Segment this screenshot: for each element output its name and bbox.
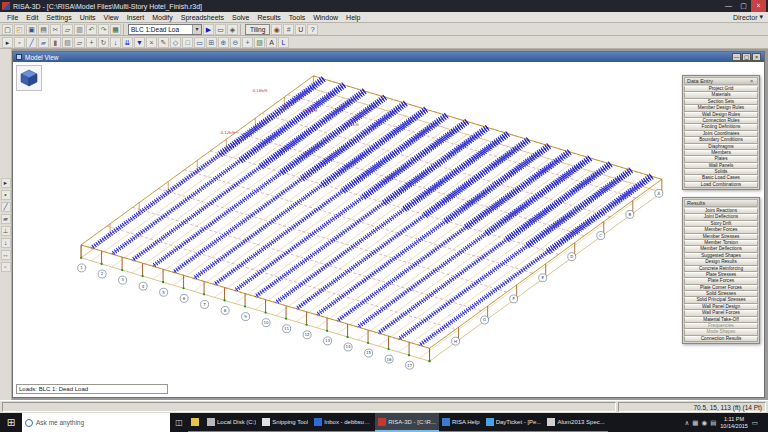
task-view-button[interactable]: ◫ xyxy=(170,413,188,432)
draw-member-icon[interactable]: ╱ xyxy=(1,202,11,212)
director-menu[interactable]: Director ▾ xyxy=(733,13,763,21)
zoom-out-icon[interactable]: ⊖ xyxy=(230,37,241,48)
draw-joint-icon[interactable]: • xyxy=(1,190,11,200)
snapshot-icon[interactable]: ◉ xyxy=(271,24,282,35)
draw-solid-icon[interactable]: ▧ xyxy=(62,37,73,48)
erase-icon[interactable]: ▫ xyxy=(1,262,11,272)
paste-icon[interactable]: ▥ xyxy=(74,24,85,35)
data-entry-panel-title[interactable]: Data Entry × xyxy=(684,77,758,85)
copy-model-icon[interactable]: ▱ xyxy=(74,37,85,48)
labels-icon[interactable]: A xyxy=(266,37,277,48)
model-view-titlebar[interactable]: Model View — ▢ × xyxy=(13,52,764,62)
box-select-icon[interactable]: ▫ xyxy=(14,37,25,48)
tiling-button[interactable]: Tiling xyxy=(245,24,270,35)
loads-toggle-icon[interactable]: L xyxy=(278,37,289,48)
menu-item[interactable]: View xyxy=(100,14,123,21)
model-canvas[interactable]: 1234567891011121314151617ABCDEFGH-0.18k/… xyxy=(13,62,764,397)
taskbar-app-button[interactable]: RISA-3D - [C:\R... xyxy=(375,413,439,432)
copy-icon[interactable]: ▱ xyxy=(62,24,73,35)
draw-plate-icon[interactable]: ▰ xyxy=(1,214,11,224)
tray-battery-icon[interactable]: ▤ xyxy=(710,419,716,427)
grid-icon[interactable]: # xyxy=(283,24,294,35)
front-view-icon[interactable]: ▭ xyxy=(194,37,205,48)
risa-3d-window: RISA-3D - [C:\RISA\Model Files\Multi-Sto… xyxy=(0,0,768,432)
blc-combo[interactable]: BLC 1:Dead Loa ▾ xyxy=(128,24,202,35)
outlook-icon xyxy=(314,418,322,426)
new-icon[interactable]: ▢ xyxy=(2,24,13,35)
cut-icon[interactable]: ✂ xyxy=(50,24,61,35)
solve-icon[interactable]: ▶ xyxy=(203,24,214,35)
animate-icon[interactable]: ◈ xyxy=(227,24,238,35)
results-panel-title[interactable]: Results xyxy=(684,199,758,207)
menu-item[interactable]: Tools xyxy=(285,14,309,21)
help-icon[interactable]: ? xyxy=(307,24,318,35)
menu-item[interactable]: Results xyxy=(254,14,285,21)
minimize-button[interactable]: — xyxy=(732,53,741,61)
chevron-down-icon[interactable]: ▾ xyxy=(192,25,201,34)
menu-item[interactable]: Help xyxy=(342,14,364,21)
iso-view-icon[interactable]: ◇ xyxy=(170,37,181,48)
menu-item[interactable]: Units xyxy=(76,14,100,21)
open-icon[interactable]: ◰ xyxy=(14,24,25,35)
taskbar-app-button[interactable]: Alum2013 Spec... xyxy=(544,413,607,432)
menu-item[interactable]: Edit xyxy=(22,14,42,21)
draw-member-icon[interactable]: ╱ xyxy=(26,37,37,48)
print-icon[interactable]: ▤ xyxy=(38,24,49,35)
taskbar-app-button[interactable]: Inbox - debbsug... xyxy=(311,413,375,432)
render-icon[interactable]: ▨ xyxy=(254,37,265,48)
taskbar-app-button[interactable]: RISA Help xyxy=(439,413,483,432)
dimension-icon[interactable]: ↔ xyxy=(1,250,11,260)
svg-text:E: E xyxy=(541,275,544,280)
save-icon[interactable]: ▣ xyxy=(26,24,37,35)
close-button[interactable]: × xyxy=(752,53,761,61)
spreadsheet-icon[interactable]: ▦ xyxy=(110,24,121,35)
draw-wall-icon[interactable]: ▮ xyxy=(50,37,61,48)
select-arrow-icon[interactable]: ▸ xyxy=(1,178,11,188)
maximize-button[interactable]: ▢ xyxy=(736,0,751,12)
maximize-button[interactable]: ▢ xyxy=(742,53,751,61)
menu-item[interactable]: Settings xyxy=(42,14,75,21)
support-icon[interactable]: ⊥ xyxy=(1,226,11,236)
units-icon[interactable]: U xyxy=(295,24,306,35)
minimize-button[interactable]: — xyxy=(721,0,736,12)
close-button[interactable]: × xyxy=(751,0,766,12)
menu-item[interactable]: Spreadsheets xyxy=(177,14,228,21)
notification-center-icon[interactable]: ▭ xyxy=(752,419,758,427)
undo-icon[interactable]: ↶ xyxy=(86,24,97,35)
rotate-icon[interactable]: ↻ xyxy=(98,37,109,48)
menu-item[interactable]: File xyxy=(3,14,22,21)
tray-volume-icon[interactable]: ◉ xyxy=(701,419,707,427)
results-item[interactable]: Connection Results xyxy=(684,336,758,342)
zoom-window-icon[interactable]: ⊞ xyxy=(206,37,217,48)
plan-view-icon[interactable]: □ xyxy=(182,37,193,48)
area-load-icon[interactable]: ▼ xyxy=(134,37,145,48)
draw-plate-icon[interactable]: ▰ xyxy=(38,37,49,48)
taskbar-clock[interactable]: 1:11 PM 10/14/2015 xyxy=(720,416,748,429)
start-button[interactable]: ⊞ xyxy=(0,413,22,432)
taskbar-app-button[interactable] xyxy=(188,413,204,432)
tray-chevron-icon[interactable]: ∧ xyxy=(685,419,690,427)
distributed-load-icon[interactable]: ⇊ xyxy=(122,37,133,48)
blc-combo-value: BLC 1:Dead Loa xyxy=(131,26,179,33)
move-icon[interactable]: + xyxy=(86,37,97,48)
tray-network-icon[interactable]: ▦ xyxy=(692,419,698,427)
menu-item[interactable]: Window xyxy=(309,14,342,21)
pan-icon[interactable]: + xyxy=(242,37,253,48)
taskbar-app-button[interactable]: Local Disk (C:) xyxy=(204,413,259,432)
delete-icon[interactable]: × xyxy=(146,37,157,48)
menu-item[interactable]: Solve xyxy=(228,14,254,21)
search-box[interactable]: Ask me anything xyxy=(22,413,170,432)
data-entry-item[interactable]: Load Combinations xyxy=(684,182,758,188)
modify-icon[interactable]: ✎ xyxy=(158,37,169,48)
taskbar-app-button[interactable]: DayTicket - [Pe... xyxy=(483,413,545,432)
menu-item[interactable]: Insert xyxy=(123,14,149,21)
envelope-icon[interactable]: ▭ xyxy=(215,24,226,35)
redo-icon[interactable]: ↷ xyxy=(98,24,109,35)
load-icon[interactable]: ↓ xyxy=(1,238,11,248)
taskbar-app-button[interactable]: Snipping Tool xyxy=(259,413,311,432)
menu-item[interactable]: Modify xyxy=(148,14,177,21)
close-icon[interactable]: × xyxy=(748,78,755,85)
zoom-in-icon[interactable]: ⊕ xyxy=(218,37,229,48)
select-cursor-icon[interactable]: ▸ xyxy=(2,37,13,48)
point-load-icon[interactable]: ↓ xyxy=(110,37,121,48)
